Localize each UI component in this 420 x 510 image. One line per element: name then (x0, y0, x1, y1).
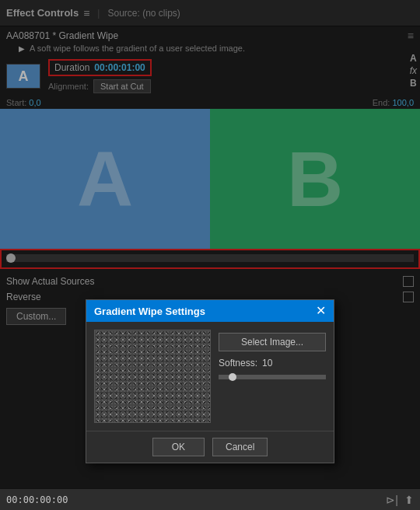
softness-row: Softness: 10 (219, 358, 326, 369)
gradient-preview-image (94, 330, 211, 423)
cancel-button[interactable]: Cancel (212, 438, 268, 456)
modal-title: Gradient Wipe Settings (94, 306, 205, 317)
softness-label: Softness: (219, 358, 257, 369)
select-image-button[interactable]: Select Image... (219, 333, 326, 351)
softness-value: 10 (262, 358, 285, 369)
export-icon[interactable]: ⬆ (404, 494, 414, 506)
step-forward-icon[interactable]: ⊳| (386, 494, 398, 506)
modal-body: Select Image... Softness: 10 (86, 322, 334, 431)
modal-footer: OK Cancel (86, 431, 334, 463)
bottom-right-icons: ⊳| ⬆ (386, 494, 414, 506)
modal-close-button[interactable]: ✕ (316, 305, 326, 317)
ok-button[interactable]: OK (152, 438, 205, 456)
timecode: 00:00:00:00 (6, 494, 68, 505)
noise-pattern (95, 330, 210, 422)
modal-controls: Select Image... Softness: 10 (219, 330, 326, 423)
gradient-wipe-settings-modal: Gradient Wipe Settings ✕ Select Image...… (86, 299, 334, 463)
modal-overlay: Gradient Wipe Settings ✕ Select Image...… (0, 0, 420, 510)
modal-header: Gradient Wipe Settings ✕ (86, 300, 334, 322)
bottom-bar: 00:00:00:00 ⊳| ⬆ (0, 488, 420, 510)
softness-slider[interactable] (219, 375, 326, 379)
